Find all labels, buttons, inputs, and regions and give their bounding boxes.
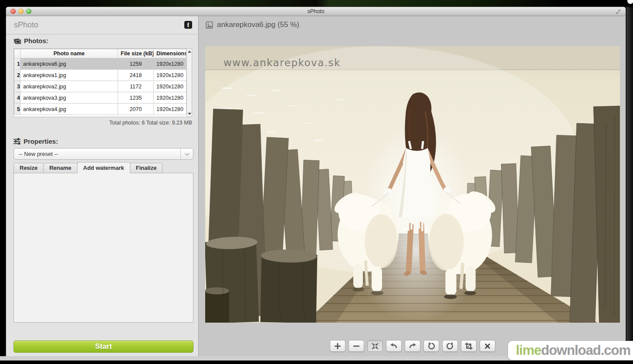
zoom-out-icon: [352, 342, 361, 351]
scroll-down-icon[interactable]: [188, 113, 191, 115]
start-button[interactable]: Start: [14, 340, 193, 353]
rotate-cw-button[interactable]: [442, 340, 458, 352]
close-icon: [484, 342, 491, 350]
tab-rename[interactable]: Rename: [43, 163, 78, 173]
titlebar[interactable]: sPhoto: [6, 7, 626, 16]
properties-icon: [14, 138, 21, 145]
photos-icon: [14, 37, 21, 44]
table-row[interactable]: 3 ankarepkova2.jpg 1172 1920x1280: [14, 81, 186, 92]
totals-text: Total photos: 6 Total size: 9.23 MB: [6, 120, 192, 126]
limedownload-watermark: limedownload.com: [508, 341, 633, 360]
rotate-cw-icon: [446, 342, 454, 351]
facebook-icon[interactable]: f: [184, 21, 192, 29]
window-title: sPhoto: [6, 8, 626, 14]
zoom-in-icon: [333, 342, 342, 351]
rotate-ccw-button[interactable]: [423, 340, 439, 352]
undo-button[interactable]: [386, 340, 402, 352]
app-header: sPhoto f: [6, 16, 198, 34]
table-header-row: Photo name File size (kB) Dimensions: [14, 49, 186, 58]
redo-button[interactable]: [405, 340, 420, 352]
zoom-out-button[interactable]: [349, 340, 364, 352]
table-row[interactable]: 1 ankarepkova6.jpg 1259 1920x1280: [14, 58, 186, 70]
tab-bar: Resize Rename Add watermark Finalize: [14, 163, 162, 173]
desktop-right-edge: [626, 0, 633, 364]
photo-preview[interactable]: www.ankarepkova.sk: [205, 46, 620, 323]
col-file-size[interactable]: File size (kB): [118, 49, 154, 58]
fit-button[interactable]: [367, 340, 383, 352]
redo-icon: [408, 342, 417, 351]
left-panel: sPhoto f Photos:: [6, 16, 199, 356]
preset-dropdown[interactable]: -- New preset --: [14, 148, 193, 160]
table-scrollbar[interactable]: [186, 49, 192, 117]
tab-resize[interactable]: Resize: [14, 163, 44, 173]
resize-grip-icon[interactable]: [615, 9, 621, 15]
preview-toolbar: [330, 340, 495, 352]
zoom-in-button[interactable]: [330, 340, 345, 352]
preview-header: ankarepkova6.jpg (55 %): [205, 20, 299, 29]
table-row[interactable]: 2 ankarepkova1.jpg 2418 1920x1280: [14, 70, 186, 81]
photos-section-header: Photos:: [14, 37, 48, 44]
watermark-tab-panel: [14, 173, 193, 323]
chevron-down-icon[interactable]: [180, 148, 193, 159]
window-content: sPhoto f Photos:: [6, 16, 626, 356]
rotate-ccw-icon: [427, 342, 436, 351]
preview-title: ankarepkova6.jpg (55 %): [217, 20, 299, 29]
properties-section-header: Properties:: [14, 138, 58, 145]
table-row[interactable]: 5 ankarepkova4.jpg 2070 1920x1280: [14, 104, 186, 115]
close-button[interactable]: [480, 340, 495, 352]
app-brand: sPhoto: [14, 20, 38, 30]
photo-watermark-text: www.ankarepkova.sk: [223, 57, 341, 68]
screen: sPhoto sPhoto f: [0, 0, 633, 364]
col-photo-name[interactable]: Photo name: [20, 49, 118, 58]
image-icon: [205, 21, 213, 29]
crop-button[interactable]: [461, 340, 477, 352]
crop-icon: [464, 342, 473, 351]
desktop-wallpaper-strip: [0, 0, 633, 7]
tab-finalize[interactable]: Finalize: [130, 163, 163, 173]
properties-section-title: Properties:: [24, 138, 58, 145]
table-row[interactable]: 4 ankarepkova3.jpg 1235 1920x1280: [14, 92, 186, 104]
undo-icon: [389, 342, 398, 351]
col-dimensions[interactable]: Dimensions: [154, 49, 186, 58]
desktop-bottom-edge: [0, 361, 633, 364]
download-text: download.com: [541, 343, 630, 358]
tab-add-watermark[interactable]: Add watermark: [77, 162, 130, 173]
lime-text: lime: [516, 343, 541, 358]
photos-table: Photo name File size (kB) Dimensions 1 a…: [14, 48, 192, 117]
scroll-up-icon[interactable]: [188, 51, 191, 53]
fit-icon: [371, 342, 379, 351]
preset-value: -- New preset --: [14, 151, 180, 157]
app-window: sPhoto sPhoto f: [6, 7, 626, 356]
preview-panel: ankarepkova6.jpg (55 %): [199, 16, 626, 356]
photos-section-title: Photos:: [24, 37, 48, 44]
